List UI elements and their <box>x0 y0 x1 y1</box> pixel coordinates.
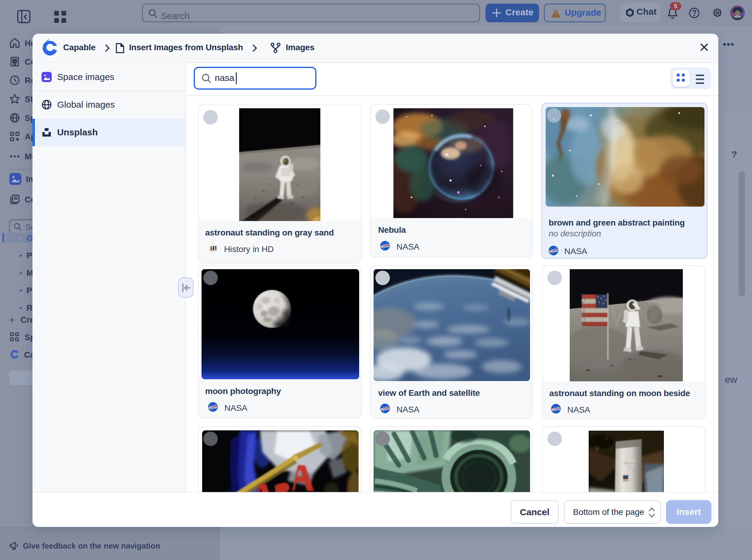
svg-text:FALCON: FALCON <box>625 462 636 465</box>
svg-text:9: 9 <box>628 465 630 468</box>
